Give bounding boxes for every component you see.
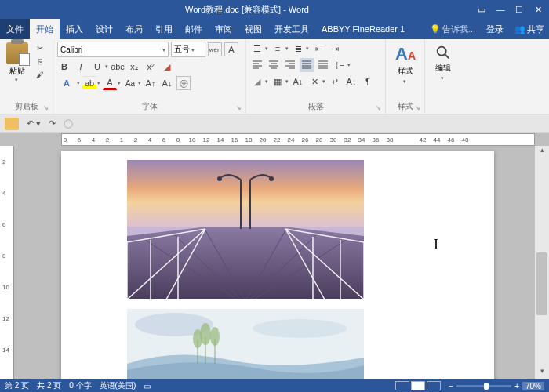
decrease-indent-button[interactable]: ⇤ (311, 42, 325, 56)
vertical-scrollbar[interactable]: ▴ ▾ (535, 146, 549, 379)
shading-button[interactable]: ◢ (250, 74, 264, 89)
dialog-launcher-icon[interactable]: ↘ (235, 104, 242, 112)
text-effects-button[interactable]: A (57, 76, 76, 90)
char-border-button[interactable]: A (224, 42, 238, 56)
zoom-in-button[interactable]: + (514, 382, 519, 390)
tab-layout[interactable]: 布局 (119, 19, 149, 39)
borders-button[interactable]: ▦ (271, 74, 285, 89)
tab-design[interactable]: 设计 (89, 19, 119, 39)
bullets-button[interactable]: ☰ (250, 42, 264, 56)
chevron-down-icon[interactable]: ▾ (322, 78, 325, 85)
increase-indent-button[interactable]: ⇥ (328, 42, 342, 56)
font-color-button[interactable]: A (103, 76, 117, 90)
zoom-slider[interactable] (456, 385, 511, 387)
maximize-icon[interactable]: ☐ (513, 5, 525, 15)
font-name-combo[interactable]: Calibri▾ (57, 42, 169, 57)
chevron-down-icon[interactable]: ▾ (97, 80, 100, 86)
dialog-launcher-icon[interactable]: ↘ (374, 104, 382, 112)
start-from-beginning-button[interactable]: ◯ (64, 118, 73, 129)
chevron-down-icon[interactable]: ▾ (306, 45, 309, 52)
align-distribute-button[interactable] (316, 58, 330, 72)
tab-file[interactable]: 文件 (0, 19, 30, 39)
phonetic-guide-button[interactable]: wén (208, 42, 222, 56)
chevron-down-icon[interactable]: ▾ (118, 80, 121, 86)
align-left-button[interactable] (250, 58, 264, 72)
format-painter-icon[interactable]: 🖌 (33, 69, 47, 80)
macro-record-icon[interactable]: ▭ (144, 382, 151, 390)
chevron-down-icon[interactable]: ▾ (285, 45, 289, 52)
vertical-ruler[interactable]: 2468101214 (0, 146, 14, 379)
copy-icon[interactable]: ⎘ (33, 56, 47, 67)
sort-button[interactable]: A↓ (291, 74, 305, 89)
chevron-down-icon[interactable]: ▾ (105, 64, 108, 70)
underline-button[interactable]: U (90, 60, 104, 74)
tab-developer[interactable]: 开发工具 (268, 19, 315, 39)
paste-button[interactable] (6, 42, 28, 64)
dialog-launcher-icon[interactable]: ↘ (42, 104, 49, 112)
zoom-level[interactable]: 70% (522, 382, 544, 390)
tab-home[interactable]: 开始 (30, 19, 60, 39)
font-size-combo[interactable]: 五号▾ (171, 42, 205, 57)
print-layout-button[interactable] (411, 381, 425, 390)
shrink-font-button[interactable]: A↓ (160, 76, 174, 90)
chevron-down-icon[interactable]: ▾ (265, 45, 268, 52)
chevron-down-icon[interactable]: ▾ (347, 62, 351, 68)
sort-button-2[interactable]: A↓ (344, 74, 358, 89)
strikethrough-button[interactable]: abc (111, 60, 125, 74)
align-justify-button[interactable] (300, 58, 314, 72)
chevron-down-icon[interactable]: ▾ (15, 77, 18, 83)
italic-button[interactable]: I (74, 60, 88, 74)
login-button[interactable]: 登录 (480, 19, 510, 39)
show-paragraph-button[interactable]: ¶ (361, 74, 375, 89)
enclose-char-button[interactable]: ㊪ (176, 76, 191, 90)
web-layout-button[interactable] (427, 381, 441, 390)
clear-format-button[interactable]: ◢ (160, 60, 174, 74)
ribbon-options-icon[interactable]: ▭ (475, 5, 488, 15)
dialog-launcher-icon[interactable]: ↘ (413, 104, 421, 112)
horizontal-ruler[interactable]: 8642124681012141618202224262830323436384… (61, 133, 535, 146)
line-spacing-button[interactable]: ‡≡ (333, 58, 347, 72)
redo-button[interactable]: ↷ (49, 118, 56, 129)
highlight-button[interactable]: ab (82, 76, 96, 90)
embedded-image-pier[interactable] (127, 160, 364, 299)
multilevel-list-button[interactable]: ≣ (291, 42, 305, 56)
tab-references[interactable]: 引用 (149, 19, 179, 39)
tab-mailings[interactable]: 邮件 (179, 19, 209, 39)
read-mode-button[interactable] (395, 381, 409, 390)
status-language[interactable]: 英语(美国) (100, 380, 136, 391)
align-right-button[interactable] (283, 58, 297, 72)
align-center-button[interactable] (267, 58, 281, 72)
styles-button[interactable]: AA 样式 ▾ (389, 41, 422, 101)
tab-view[interactable]: 视图 (238, 19, 268, 39)
grow-font-button[interactable]: A↑ (144, 76, 158, 90)
minimize-icon[interactable]: — (494, 5, 507, 15)
scroll-up-icon[interactable]: ▴ (535, 146, 549, 158)
status-page[interactable]: 第 2 页 (5, 380, 29, 391)
tab-review[interactable]: 审阅 (209, 19, 238, 39)
undo-button[interactable]: ↶ ▾ (27, 118, 41, 129)
chevron-down-icon[interactable]: ▾ (265, 78, 268, 85)
superscript-button[interactable]: x² (144, 60, 158, 74)
bold-button[interactable]: B (57, 60, 71, 74)
chevron-down-icon[interactable]: ▾ (77, 80, 80, 86)
share-button[interactable]: 👥共享 (510, 19, 549, 39)
show-marks-button[interactable]: ↵ (328, 74, 342, 89)
tab-insert[interactable]: 插入 (60, 19, 89, 39)
document-page[interactable]: I (61, 151, 494, 379)
chevron-down-icon[interactable]: ▾ (138, 80, 141, 86)
tab-abbyy[interactable]: ABBYY FineReader 1 (315, 19, 411, 39)
status-words[interactable]: 0 个字 (69, 380, 91, 391)
chevron-down-icon[interactable]: ▾ (285, 78, 289, 85)
scroll-down-icon[interactable]: ▾ (535, 367, 549, 379)
close-icon[interactable]: ✕ (532, 5, 544, 15)
open-icon[interactable] (5, 118, 19, 130)
edit-button[interactable]: 编辑 ▾ (428, 41, 458, 101)
subscript-button[interactable]: x₂ (127, 60, 141, 74)
asian-layout-button[interactable]: ✕ (307, 74, 322, 89)
numbering-button[interactable]: ≡ (271, 42, 285, 56)
tell-me[interactable]: 💡告诉我... (425, 19, 480, 39)
cut-icon[interactable]: ✂ (33, 42, 47, 53)
scroll-thumb[interactable] (536, 252, 547, 315)
zoom-out-button[interactable]: − (449, 382, 453, 390)
char-shading-button[interactable]: Aa (123, 76, 137, 90)
